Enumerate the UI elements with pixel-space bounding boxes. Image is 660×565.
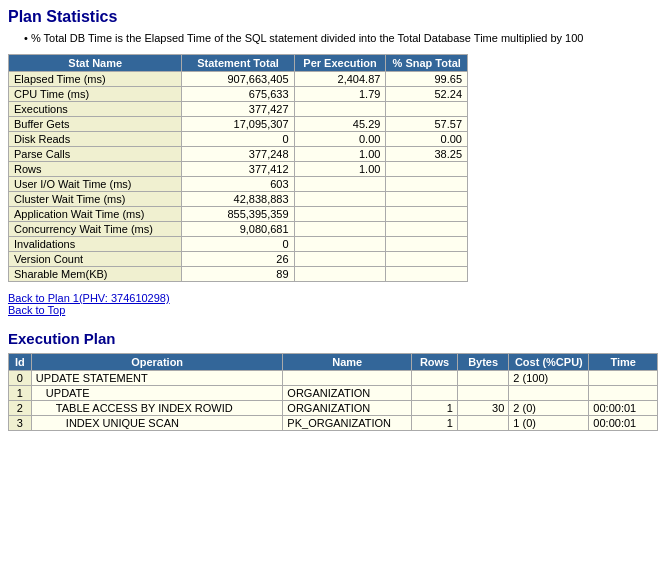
col-header-snap-total: % Snap Total	[386, 55, 468, 72]
table-cell: 30	[457, 401, 508, 416]
table-cell: Invalidations	[9, 237, 182, 252]
table-cell: Executions	[9, 102, 182, 117]
bullet-text: % Total DB Time is the Elapsed Time of t…	[8, 32, 652, 44]
table-cell: Concurrency Wait Time (ms)	[9, 222, 182, 237]
table-cell: 45.29	[294, 117, 386, 132]
table-cell	[386, 102, 468, 117]
exec-plan-table: IdOperationNameRowsBytesCost (%CPU)Time …	[8, 353, 658, 431]
table-cell: UPDATE	[31, 386, 283, 401]
back-to-top-link[interactable]: Back to Top	[8, 304, 652, 316]
table-row: Buffer Gets17,095,30745.2957.57	[9, 117, 468, 132]
table-cell	[294, 102, 386, 117]
table-cell: 2 (0)	[509, 401, 589, 416]
plan-stats-table: Stat Name Statement Total Per Execution …	[8, 54, 468, 282]
table-cell: CPU Time (ms)	[9, 87, 182, 102]
table-row: User I/O Wait Time (ms)603	[9, 177, 468, 192]
table-cell	[457, 416, 508, 431]
table-row: Executions377,427	[9, 102, 468, 117]
table-cell: 1.00	[294, 162, 386, 177]
table-row: Rows377,4121.00	[9, 162, 468, 177]
table-cell: Application Wait Time (ms)	[9, 207, 182, 222]
table-row: CPU Time (ms)675,6331.7952.24	[9, 87, 468, 102]
table-row: 0UPDATE STATEMENT2 (100)	[9, 371, 658, 386]
table-cell: INDEX UNIQUE SCAN	[31, 416, 283, 431]
table-cell: 9,080,681	[182, 222, 294, 237]
exec-col-header: Time	[589, 354, 658, 371]
col-header-stat-name: Stat Name	[9, 55, 182, 72]
table-cell: PK_ORGANIZATION	[283, 416, 412, 431]
back-to-plan-link[interactable]: Back to Plan 1(PHV: 374610298)	[8, 292, 652, 304]
table-cell: 38.25	[386, 147, 468, 162]
table-cell: 2 (100)	[509, 371, 589, 386]
table-cell	[457, 371, 508, 386]
table-cell: 1 (0)	[509, 416, 589, 431]
table-cell: ORGANIZATION	[283, 386, 412, 401]
table-cell	[294, 192, 386, 207]
table-cell	[386, 192, 468, 207]
table-cell: 17,095,307	[182, 117, 294, 132]
table-cell	[412, 371, 458, 386]
table-cell	[386, 177, 468, 192]
table-row: 1UPDATEORGANIZATION	[9, 386, 658, 401]
table-cell	[386, 252, 468, 267]
table-cell: 42,838,883	[182, 192, 294, 207]
table-cell: 377,427	[182, 102, 294, 117]
col-header-statement-total: Statement Total	[182, 55, 294, 72]
table-cell	[386, 207, 468, 222]
links-section: Back to Plan 1(PHV: 374610298) Back to T…	[8, 292, 652, 316]
table-cell: 00:00:01	[589, 416, 658, 431]
exec-col-header: Operation	[31, 354, 283, 371]
table-cell: 1	[412, 416, 458, 431]
table-cell	[294, 207, 386, 222]
table-cell	[412, 386, 458, 401]
table-cell: 1	[412, 401, 458, 416]
table-cell	[386, 162, 468, 177]
table-cell	[294, 267, 386, 282]
table-cell: 0.00	[386, 132, 468, 147]
table-cell	[294, 237, 386, 252]
table-cell: Version Count	[9, 252, 182, 267]
table-cell: 675,633	[182, 87, 294, 102]
table-cell: 2	[9, 401, 32, 416]
table-cell	[509, 386, 589, 401]
table-cell: Parse Calls	[9, 147, 182, 162]
table-cell: 00:00:01	[589, 401, 658, 416]
table-cell	[283, 371, 412, 386]
table-cell: 3	[9, 416, 32, 431]
col-header-per-execution: Per Execution	[294, 55, 386, 72]
table-cell: 0.00	[294, 132, 386, 147]
table-cell: 89	[182, 267, 294, 282]
exec-col-header: Bytes	[457, 354, 508, 371]
page-title: Plan Statistics	[8, 8, 652, 26]
table-cell: 0	[182, 132, 294, 147]
table-cell: 2,404.87	[294, 72, 386, 87]
table-cell: Elapsed Time (ms)	[9, 72, 182, 87]
table-cell	[386, 267, 468, 282]
table-cell: 1.79	[294, 87, 386, 102]
table-cell: 0	[9, 371, 32, 386]
table-cell: 1.00	[294, 147, 386, 162]
table-cell	[589, 371, 658, 386]
table-row: Concurrency Wait Time (ms)9,080,681	[9, 222, 468, 237]
table-cell: UPDATE STATEMENT	[31, 371, 283, 386]
table-cell: 855,395,359	[182, 207, 294, 222]
table-cell: 377,412	[182, 162, 294, 177]
table-row: Disk Reads00.000.00	[9, 132, 468, 147]
table-cell	[294, 177, 386, 192]
table-cell	[457, 386, 508, 401]
table-row: Parse Calls377,2481.0038.25	[9, 147, 468, 162]
table-row: Version Count26	[9, 252, 468, 267]
table-cell: 26	[182, 252, 294, 267]
table-cell: 57.57	[386, 117, 468, 132]
exec-plan-title: Execution Plan	[8, 330, 652, 347]
table-cell: Sharable Mem(KB)	[9, 267, 182, 282]
table-cell: Buffer Gets	[9, 117, 182, 132]
table-row: Invalidations0	[9, 237, 468, 252]
table-row: 3INDEX UNIQUE SCANPK_ORGANIZATION11 (0)0…	[9, 416, 658, 431]
table-cell: 1	[9, 386, 32, 401]
table-cell: 907,663,405	[182, 72, 294, 87]
table-cell: 99.65	[386, 72, 468, 87]
table-row: Application Wait Time (ms)855,395,359	[9, 207, 468, 222]
exec-col-header: Name	[283, 354, 412, 371]
table-row: Elapsed Time (ms)907,663,4052,404.8799.6…	[9, 72, 468, 87]
